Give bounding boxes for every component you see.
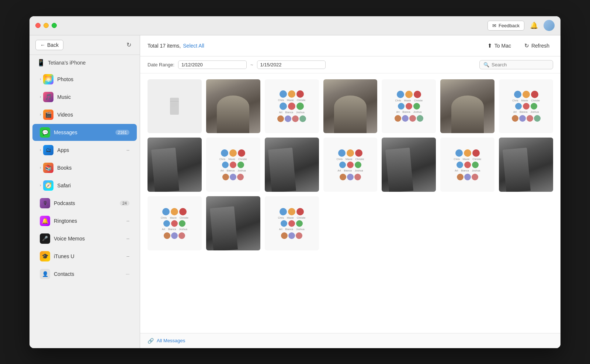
sidebar: ← Back ↻ 📱 Tetiana's iPhone › 🌅 Photos ›… bbox=[30, 35, 140, 348]
voicememos-icon: 🎤 bbox=[40, 233, 50, 244]
chevron-icon: › bbox=[40, 183, 41, 187]
thumbnail-item[interactable]: ChrisMaxieChristie ArtBiancaJoshua bbox=[265, 196, 319, 250]
sidebar-item-label: Contacts bbox=[54, 271, 126, 277]
bottom-bar: 🔗 All Messages bbox=[140, 333, 560, 348]
sidebar-item-safari[interactable]: › 🧭 Safari bbox=[32, 177, 137, 194]
sidebar-item-label: Books bbox=[57, 165, 129, 171]
contacts-icon: 👤 bbox=[40, 269, 50, 279]
music-icon: 🎵 bbox=[43, 92, 53, 102]
thumbnail-item[interactable] bbox=[382, 138, 436, 192]
search-box: 🔍 bbox=[479, 60, 553, 69]
thumbnail-item[interactable]: ChrisMaxieChristie ArtBiancaJoshua bbox=[499, 79, 553, 134]
feedback-button[interactable]: ✉ Feedback bbox=[487, 21, 524, 31]
thumbnail-item[interactable]: ChrisMaxieChristie ArtBiancaJoshua bbox=[148, 196, 202, 250]
ringtones-icon: 🔔 bbox=[40, 216, 50, 226]
thumbnail-item[interactable] bbox=[265, 138, 319, 192]
thumbnail-item[interactable]: ChrisMaxieChristie ArtBiancaJoshua bbox=[440, 138, 494, 192]
search-icon: 🔍 bbox=[483, 62, 489, 67]
thumbnail-item[interactable]: ChrisMaxieChristie ArtBiancaJoshua bbox=[206, 138, 260, 192]
device-name: Tetiana's iPhone bbox=[48, 60, 86, 66]
sidebar-item-contacts[interactable]: 👤 Contacts ··· bbox=[32, 266, 137, 282]
thumbnail-item[interactable] bbox=[323, 79, 378, 134]
to-mac-button[interactable]: ⬆ To Mac bbox=[484, 41, 515, 51]
header-right: ⬆ To Mac ↻ Refresh bbox=[484, 41, 553, 51]
sidebar-item-label: Music bbox=[57, 94, 129, 100]
traffic-lights bbox=[35, 23, 57, 28]
device-name-row: 📱 Tetiana's iPhone bbox=[30, 55, 140, 70]
sidebar-item-label: Photos bbox=[57, 76, 129, 82]
safari-icon: 🧭 bbox=[43, 180, 53, 191]
sidebar-item-label: Voice Memos bbox=[54, 236, 126, 242]
sidebar-item-label: Apps bbox=[57, 147, 126, 153]
export-icon: ⬆ bbox=[487, 42, 492, 49]
apps-badge: -- bbox=[126, 148, 129, 153]
messages-badge: 2161 bbox=[115, 130, 129, 135]
sidebar-item-books[interactable]: › 📚 Books bbox=[32, 159, 137, 176]
sidebar-item-label: Ringtones bbox=[54, 218, 126, 224]
sidebar-item-ringtones[interactable]: 🔔 Ringtones -- bbox=[32, 212, 137, 229]
notification-icon[interactable]: 🔔 bbox=[529, 20, 539, 31]
user-avatar[interactable] bbox=[544, 20, 555, 31]
total-items-label: Total 17 items, bbox=[148, 43, 181, 49]
sidebar-item-label: Videos bbox=[57, 112, 129, 118]
date-tilde: ~ bbox=[250, 62, 253, 67]
thumbnail-item[interactable] bbox=[148, 79, 202, 134]
main-content: Total 17 items, Select All ⬆ To Mac ↻ Re… bbox=[140, 35, 560, 348]
minimize-button[interactable] bbox=[44, 23, 49, 28]
close-button[interactable] bbox=[35, 23, 41, 28]
maximize-button[interactable] bbox=[52, 23, 57, 28]
sidebar-item-photos[interactable]: › 🌅 Photos bbox=[32, 71, 137, 88]
videos-icon: 🎬 bbox=[43, 110, 53, 120]
messages-icon: 💬 bbox=[40, 127, 50, 138]
sidebar-item-voicememos[interactable]: 🎤 Voice Memos -- bbox=[32, 230, 137, 247]
thumbnail-item[interactable] bbox=[206, 196, 260, 250]
select-all-link[interactable]: Select All bbox=[183, 43, 204, 49]
thumbnail-item[interactable]: ChrisMaxieChristie ArtBiancaJoshua bbox=[382, 79, 436, 134]
thumbnail-item[interactable] bbox=[148, 138, 202, 192]
refresh-button[interactable]: ↻ Refresh bbox=[521, 41, 553, 51]
sidebar-refresh-icon[interactable]: ↻ bbox=[124, 40, 134, 50]
ringtones-badge: -- bbox=[126, 218, 129, 223]
sidebar-item-itunesu[interactable]: 🎓 iTunes U -- bbox=[32, 248, 137, 265]
mail-icon: ✉ bbox=[492, 23, 496, 28]
podcasts-badge: 24 bbox=[120, 201, 129, 206]
sidebar-item-podcasts[interactable]: 🎙 Podcasts 24 bbox=[32, 195, 137, 212]
apps-icon: 🗂 bbox=[43, 145, 53, 155]
feedback-label: Feedback bbox=[499, 23, 520, 28]
refresh-icon: ↻ bbox=[524, 42, 529, 49]
chevron-icon: › bbox=[40, 166, 41, 170]
chevron-icon: › bbox=[40, 148, 41, 152]
all-messages-label[interactable]: All Messages bbox=[157, 338, 185, 343]
thumbnail-item[interactable]: ChrisMaxieChristie ArtBiancaJoshua bbox=[265, 79, 319, 134]
chevron-icon: › bbox=[40, 95, 41, 99]
sidebar-top: ← Back ↻ bbox=[30, 35, 140, 55]
itunesu-icon: 🎓 bbox=[40, 251, 50, 261]
app-body: ← Back ↻ 📱 Tetiana's iPhone › 🌅 Photos ›… bbox=[30, 35, 560, 348]
date-from-input[interactable] bbox=[178, 60, 247, 69]
sidebar-item-messages[interactable]: 💬 Messages 2161 bbox=[32, 124, 137, 141]
thumbnail-item[interactable] bbox=[440, 79, 494, 134]
thumbnail-item[interactable]: ChrisMaxieChristie ArtBiancaJoshua bbox=[323, 138, 378, 192]
sidebar-item-videos[interactable]: › 🎬 Videos bbox=[32, 106, 137, 123]
contacts-badge: ··· bbox=[126, 271, 129, 277]
svg-rect-0 bbox=[170, 98, 179, 115]
to-mac-label: To Mac bbox=[494, 43, 511, 49]
sidebar-item-music[interactable]: › 🎵 Music bbox=[32, 89, 137, 105]
date-to-input[interactable] bbox=[257, 60, 326, 69]
back-arrow-icon: ← bbox=[40, 42, 45, 48]
chevron-icon: › bbox=[40, 77, 41, 81]
podcasts-icon: 🎙 bbox=[40, 198, 50, 208]
back-label: Back bbox=[47, 42, 59, 48]
thumbnail-item[interactable] bbox=[499, 138, 553, 192]
search-input[interactable] bbox=[492, 62, 553, 67]
thumbnail-item[interactable] bbox=[206, 79, 260, 134]
sidebar-item-label: Podcasts bbox=[54, 200, 120, 206]
sidebar-item-apps[interactable]: › 🗂 Apps -- bbox=[32, 142, 137, 159]
back-button[interactable]: ← Back bbox=[35, 40, 63, 50]
voicememos-badge: -- bbox=[126, 236, 129, 241]
link-icon: 🔗 bbox=[148, 338, 154, 344]
phone-icon: 📱 bbox=[37, 59, 45, 67]
chevron-icon: › bbox=[40, 112, 41, 117]
books-icon: 📚 bbox=[43, 163, 53, 173]
itunesu-badge: -- bbox=[126, 254, 129, 259]
